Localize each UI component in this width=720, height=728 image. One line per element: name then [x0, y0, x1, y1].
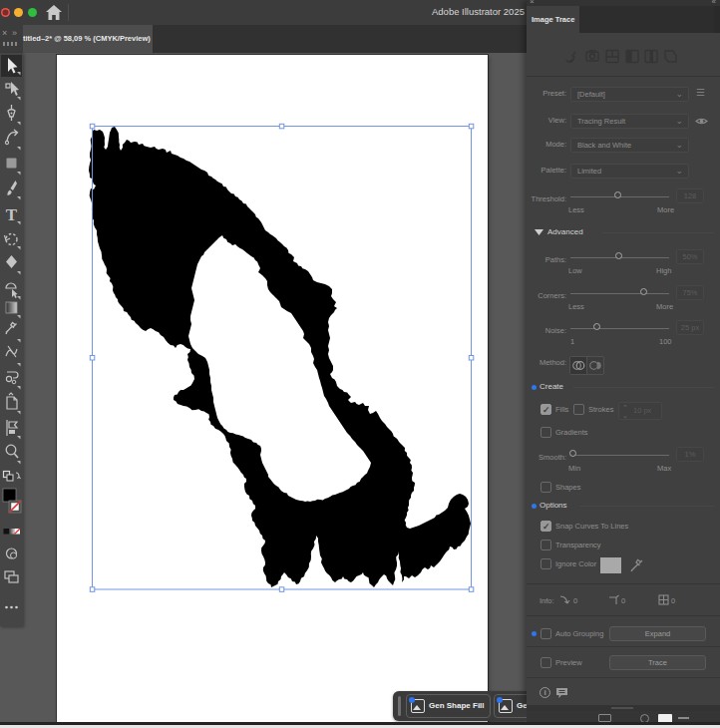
svg-text:T: T	[6, 205, 18, 224]
